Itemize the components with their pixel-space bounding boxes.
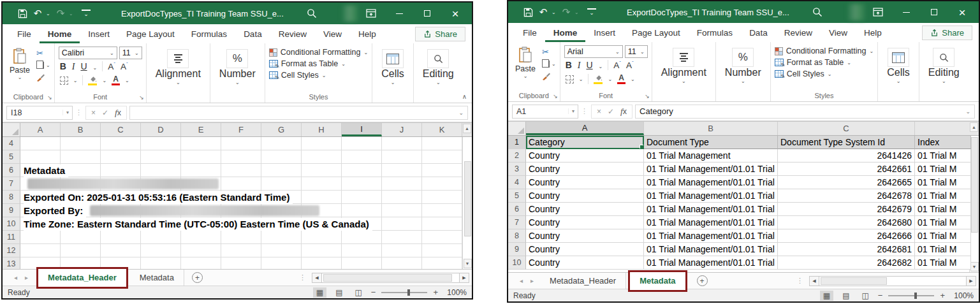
new-sheet-button[interactable]: + — [697, 275, 708, 286]
editing-button[interactable]: Editing ⌄ — [923, 45, 965, 84]
page-layout-view-icon[interactable]: ▤ — [839, 291, 852, 301]
format-painter-button[interactable] — [36, 73, 50, 82]
cell-r10c4[interactable]: 01 Trial M — [915, 256, 971, 270]
fill-color-button[interactable] — [594, 74, 603, 85]
cell-r7c1[interactable]: Country — [526, 216, 644, 229]
column-header-C[interactable]: C — [778, 122, 915, 135]
row-cells[interactable] — [20, 137, 472, 150]
number-button[interactable]: % Number ⌄ — [214, 47, 261, 85]
cell-r7c3[interactable]: 2642680 — [778, 216, 915, 229]
formula-bar-handle[interactable]: ⋮ — [75, 108, 83, 117]
cell-r4c3[interactable]: 2642665 — [778, 176, 915, 189]
row-header-6[interactable]: 6 — [3, 164, 20, 177]
borders-dropdown-icon[interactable]: ⌄ — [73, 78, 78, 83]
row-header-10[interactable]: 10 — [508, 256, 526, 270]
row-header-6[interactable]: 6 — [508, 203, 526, 216]
sheet-tab-metadata_header[interactable]: Metadata_Header — [38, 273, 126, 282]
column-header-E[interactable]: E — [181, 123, 221, 136]
cell-r6c2[interactable]: 01 Trial Management/01.01 Trial — [644, 203, 778, 216]
cancel-icon[interactable]: × — [91, 108, 96, 117]
conditional-formatting-button[interactable]: Conditional Formatting⌄ — [775, 47, 874, 55]
copy-dropdown-icon[interactable]: ⌄ — [46, 63, 50, 68]
row-header-1[interactable]: 1 — [508, 136, 526, 149]
page-break-view-icon[interactable]: ◫ — [858, 291, 872, 301]
page-break-view-icon[interactable]: ◫ — [351, 287, 365, 298]
cell-r1c3[interactable]: Document Type System Id — [778, 136, 915, 149]
cut-button[interactable]: ✂ — [542, 47, 556, 56]
alignment-button[interactable]: Alignment ⌄ — [150, 47, 206, 85]
cell-styles-button[interactable]: ✎Cell Styles⌄ — [269, 71, 368, 80]
format-as-table-button[interactable]: ✎Format as Table⌄ — [775, 58, 874, 67]
undo-dropdown-icon[interactable]: ⌄ — [46, 11, 52, 17]
zoom-slider[interactable] — [381, 292, 427, 293]
underline-dropdown-icon[interactable]: ⌄ — [599, 64, 603, 69]
row-cells[interactable]: Metadata — [20, 164, 472, 177]
expand-formula-bar-icon[interactable]: ⌄ — [458, 110, 464, 116]
column-header-B[interactable]: B — [61, 123, 101, 136]
copy-button[interactable]: ⌄ — [36, 61, 50, 69]
new-sheet-button[interactable]: + — [192, 272, 203, 283]
borders-dropdown-icon[interactable]: ⌄ — [579, 77, 583, 82]
cell-r2c3[interactable]: 2641426 — [778, 149, 915, 163]
editing-dropdown-icon[interactable]: ⌄ — [942, 79, 946, 84]
column-header-A[interactable]: A — [526, 122, 644, 135]
maximize-button[interactable] — [921, 3, 947, 22]
collapse-ribbon-icon[interactable]: ∧ — [462, 93, 467, 100]
menu-tab-file[interactable]: File — [9, 24, 40, 43]
expand-formula-bar-icon[interactable]: ⌄ — [965, 108, 970, 115]
zoom-out-button[interactable]: − — [878, 291, 883, 300]
column-header-K[interactable]: K — [422, 123, 462, 136]
paste-dropdown-icon[interactable]: ⌄ — [18, 75, 22, 80]
cell-styles-button[interactable]: ✎Cell Styles⌄ — [775, 69, 874, 78]
name-box-dropdown-icon[interactable]: ▾ — [568, 108, 578, 114]
font-color-button[interactable]: A — [617, 74, 625, 85]
cell-r6c3[interactable]: 2642679 — [778, 203, 915, 216]
next-sheet-icon[interactable]: ▸ — [25, 274, 28, 281]
paste-button[interactable]: Paste ⌄ — [6, 47, 33, 93]
cell-r4c1[interactable]: Country — [526, 176, 644, 189]
row-header-11[interactable]: 11 — [3, 231, 20, 244]
formula-bar-handle[interactable]: ⋮ — [581, 107, 589, 115]
minimize-button[interactable] — [386, 4, 412, 23]
cell-r10c3[interactable]: 2642682 — [778, 256, 915, 270]
row-cells[interactable] — [20, 177, 472, 191]
cell-r1c2[interactable]: Document Type — [644, 136, 778, 149]
cell-r3c1[interactable]: Country — [526, 163, 644, 176]
cell-r1c4[interactable]: Index — [915, 136, 971, 149]
share-button[interactable]: Share — [922, 25, 972, 40]
column-header-J[interactable]: J — [382, 123, 422, 136]
horizontal-scroll-thumb[interactable] — [323, 274, 452, 282]
tabbar-handle[interactable]: ⋮ — [299, 273, 307, 282]
copy-dropdown-icon[interactable]: ⌄ — [552, 62, 556, 67]
font-color-button[interactable]: A — [112, 75, 120, 86]
font-name-select[interactable]: Calibri⌄ — [59, 47, 117, 59]
cells-button[interactable]: Cells ⌄ — [376, 47, 409, 85]
enter-icon[interactable]: ✓ — [608, 107, 614, 116]
cell-r2c1[interactable]: Country — [526, 149, 644, 163]
scroll-left-icon[interactable]: ◀ — [312, 273, 322, 283]
cells-grid[interactable]: 456Metadata78Exported On: 2025-01-31 05:… — [3, 137, 472, 269]
font-size-select[interactable]: 11⌄ — [119, 47, 142, 59]
increase-font-size-button[interactable]: Aˆ — [108, 61, 115, 71]
row-header-9[interactable]: 9 — [3, 204, 20, 217]
select-all-corner[interactable] — [3, 123, 20, 136]
search-icon[interactable] — [307, 8, 317, 18]
customize-quick-access-icon[interactable]: ⌄ — [587, 8, 596, 16]
cell-r9c3[interactable]: 2642681 — [778, 243, 915, 256]
decrease-font-size-button[interactable]: Aˇ — [626, 60, 634, 70]
alignment-button[interactable]: Alignment ⌄ — [656, 45, 712, 84]
menu-tab-data[interactable]: Data — [235, 24, 270, 43]
decrease-font-size-button[interactable]: Aˇ — [121, 61, 128, 71]
alignment-dropdown-icon[interactable]: ⌄ — [682, 79, 686, 84]
save-icon[interactable] — [15, 6, 29, 20]
menu-tab-view[interactable]: View — [821, 23, 856, 42]
horizontal-scrollbar[interactable]: ◀ ▶ — [809, 276, 976, 286]
row-cells[interactable] — [20, 244, 472, 257]
cell-r10c2[interactable]: 01 Trial Management/01.01 Trial — [644, 256, 778, 270]
enter-icon[interactable]: ✓ — [102, 108, 108, 117]
row-header-3[interactable]: 3 — [508, 163, 526, 176]
normal-view-icon[interactable]: ▦ — [313, 287, 326, 298]
cell-r5c2[interactable]: 01 Trial Management/01.01 Trial — [644, 189, 778, 203]
ribbon-display-options-icon[interactable] — [358, 4, 384, 23]
column-header-C[interactable]: C — [101, 123, 141, 136]
